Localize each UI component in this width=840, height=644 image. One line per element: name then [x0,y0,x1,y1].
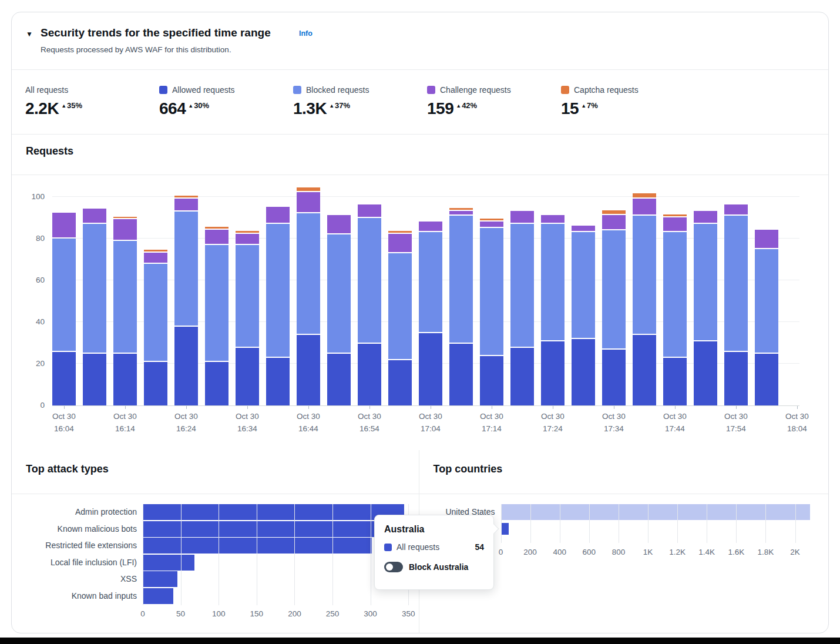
bar-segment-captcha[interactable] [663,214,687,216]
bar-segment-challenge[interactable] [755,230,778,248]
bar-segment-blocked[interactable] [327,234,351,353]
bar-segment-blocked[interactable] [205,245,229,361]
bar-segment-blocked[interactable] [572,232,595,338]
stacked-bar[interactable] [633,193,656,405]
bar-segment-allowed[interactable] [510,348,534,405]
bar-segment-allowed[interactable] [52,352,76,405]
bar-segment-blocked[interactable] [633,216,656,334]
bar-segment-allowed[interactable] [572,339,595,405]
bar-segment-captcha[interactable] [602,210,626,214]
hbar-australia[interactable] [501,523,509,535]
stacked-bar[interactable] [755,230,778,405]
bar-segment-challenge[interactable] [449,211,473,214]
bar-segment-allowed[interactable] [724,352,748,405]
bar-segment-challenge[interactable] [83,209,106,223]
bar-segment-allowed[interactable] [449,344,473,406]
bar-segment-blocked[interactable] [388,253,412,359]
bar-segment-blocked[interactable] [83,224,106,353]
stacked-bar[interactable] [52,213,76,405]
bar-segment-allowed[interactable] [541,341,565,405]
block-australia-toggle[interactable] [384,562,403,572]
bar-segment-challenge[interactable] [541,215,565,223]
bar-segment-challenge[interactable] [694,211,717,223]
bar-segment-blocked[interactable] [52,239,76,351]
bar-segment-challenge[interactable] [52,213,76,237]
bar-segment-blocked[interactable] [174,212,198,326]
bar-segment-blocked[interactable] [113,241,137,353]
stacked-bar[interactable] [663,214,687,405]
bar-segment-challenge[interactable] [572,226,595,232]
info-link[interactable]: Info [299,29,313,38]
bar-segment-challenge[interactable] [602,215,626,229]
bar-segment-captcha[interactable] [174,196,198,197]
collapse-icon[interactable]: ▼ [26,30,33,38]
stacked-bar[interactable] [388,231,412,405]
bar-segment-allowed[interactable] [755,354,778,405]
stacked-bar[interactable] [510,211,534,405]
bar-segment-blocked[interactable] [724,216,748,351]
stacked-bar[interactable] [297,187,320,405]
bar-segment-challenge[interactable] [327,215,351,233]
stacked-bar[interactable] [144,250,167,405]
bar-segment-blocked[interactable] [236,245,259,347]
bar-segment-blocked[interactable] [419,232,442,331]
bar-segment-blocked[interactable] [694,224,717,340]
stacked-bar[interactable] [419,222,442,405]
hbar-local-file-inclusion-lfi[interactable] [143,555,194,571]
stacked-bar[interactable] [541,215,565,405]
bar-segment-allowed[interactable] [266,358,290,405]
bar-segment-challenge[interactable] [724,204,748,214]
bar-segment-allowed[interactable] [358,344,381,406]
stacked-bar[interactable] [724,204,748,405]
bar-segment-allowed[interactable] [633,335,656,405]
stacked-bar[interactable] [205,227,229,405]
bar-segment-blocked[interactable] [144,264,167,361]
stacked-bar[interactable] [113,217,137,405]
stacked-bar[interactable] [694,211,717,405]
bar-segment-challenge[interactable] [358,204,381,216]
bar-segment-challenge[interactable] [388,234,412,252]
stacked-bar[interactable] [572,226,595,405]
bar-segment-blocked[interactable] [663,232,687,357]
bar-segment-allowed[interactable] [297,335,320,405]
bar-segment-challenge[interactable] [266,207,290,223]
bar-segment-challenge[interactable] [113,219,137,240]
bar-segment-challenge[interactable] [633,199,656,214]
bar-segment-allowed[interactable] [236,348,259,405]
bar-segment-challenge[interactable] [480,222,503,227]
bar-segment-allowed[interactable] [113,354,137,405]
bar-segment-allowed[interactable] [174,327,198,405]
bar-segment-captcha[interactable] [633,193,656,197]
bar-segment-allowed[interactable] [663,358,687,405]
stacked-bar[interactable] [83,209,106,405]
bar-segment-challenge[interactable] [510,211,534,223]
bar-segment-allowed[interactable] [327,354,351,405]
bar-segment-allowed[interactable] [419,333,442,405]
stacked-bar[interactable] [327,215,351,405]
hbar-known-malicious-bots[interactable] [143,521,408,537]
bar-segment-captcha[interactable] [144,250,167,251]
stacked-bar[interactable] [602,210,626,405]
bar-segment-captcha[interactable] [480,219,503,220]
hbar-xss[interactable] [143,571,177,587]
bar-segment-allowed[interactable] [205,362,229,405]
bar-segment-blocked[interactable] [297,213,320,334]
bar-segment-challenge[interactable] [419,222,442,232]
bar-segment-captcha[interactable] [236,231,259,233]
bar-segment-blocked[interactable] [358,218,381,343]
hbar-admin-protection[interactable] [143,504,404,520]
bar-segment-challenge[interactable] [144,253,167,263]
stacked-bar[interactable] [236,231,259,405]
bar-segment-captcha[interactable] [297,187,320,191]
bar-segment-allowed[interactable] [144,362,167,405]
bar-segment-allowed[interactable] [83,354,106,405]
hbar-known-bad-inputs[interactable] [143,588,173,604]
bar-segment-captcha[interactable] [388,231,412,233]
bar-segment-challenge[interactable] [236,234,259,244]
bar-segment-blocked[interactable] [541,224,565,340]
bar-segment-captcha[interactable] [449,208,473,210]
bar-segment-allowed[interactable] [480,356,503,405]
bar-segment-blocked[interactable] [755,249,778,353]
bar-segment-blocked[interactable] [510,224,534,346]
bar-segment-allowed[interactable] [388,360,412,405]
